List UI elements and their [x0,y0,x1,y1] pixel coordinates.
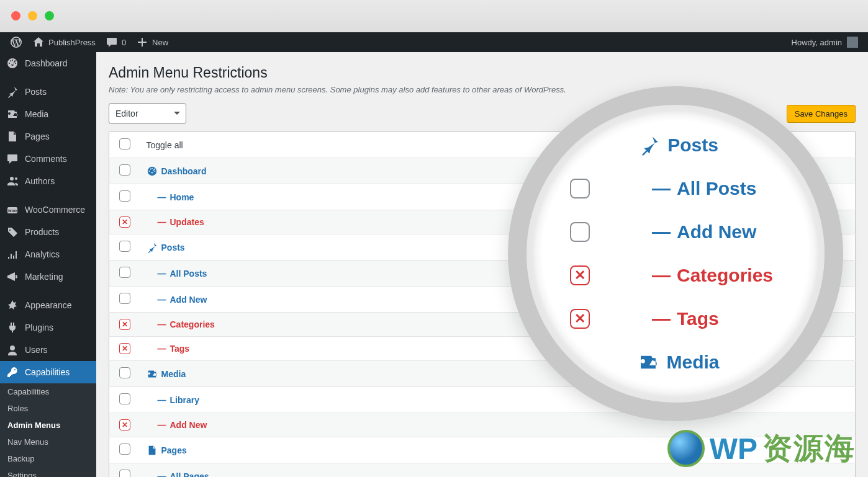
sidebar-item-products[interactable]: Products [0,221,96,243]
users-icon [6,344,19,356]
wp-admin-bar: PublishPress 0 New Howdy, admin [0,32,868,52]
mag-row: —All Posts [570,167,787,210]
restriction-checkbox[interactable] [119,444,130,455]
restriction-checkbox[interactable] [119,343,130,354]
comment-icon [106,36,118,48]
close-window-button[interactable] [11,11,20,20]
wordpress-icon [10,36,22,48]
mag-checkbox[interactable] [570,179,590,198]
macos-window-chrome [0,0,868,32]
toggle-all-label: Toggle all [147,140,183,150]
sidebar-item-plugins[interactable]: Plugins [0,316,96,339]
avatar[interactable] [847,37,858,48]
plugins-icon [6,321,19,334]
woo-icon [6,203,19,216]
restriction-checkbox[interactable] [119,241,130,252]
mag-checkbox[interactable] [570,265,590,285]
site-name: PublishPress [48,38,96,47]
restriction-checkbox[interactable] [119,319,130,330]
page-note: Note: You are only restricting access to… [109,85,856,94]
row-label: — All Pages [147,471,849,478]
dashboard-icon [6,57,19,69]
wp-logo-menu[interactable] [5,32,27,52]
sidebar-item-posts[interactable]: Posts [0,81,96,103]
sidebar-item-marketing[interactable]: Marketing [0,265,96,288]
mag-header-posts: Posts [570,123,787,167]
restriction-checkbox[interactable] [119,293,130,304]
restriction-checkbox[interactable] [119,367,130,378]
submenu-item-capabilities[interactable]: Capabilities [0,383,96,400]
sidebar-item-users[interactable]: Users [0,339,96,361]
pin-icon [147,242,158,253]
restriction-checkbox[interactable] [119,393,130,404]
home-icon [32,36,45,48]
mag-row: —Tags [570,297,787,341]
marketing-icon [6,270,19,283]
submenu-item-admin-menus[interactable]: Admin Menus [0,417,96,434]
toggle-all-checkbox[interactable] [119,138,130,149]
comments-count: 0 [122,38,126,47]
restriction-checkbox[interactable] [119,190,130,202]
sidebar-item-woocommerce[interactable]: WooCommerce [0,198,96,221]
media-icon [147,368,158,380]
zoom-window-button[interactable] [45,11,54,20]
sidebar-item-media[interactable]: Media [0,103,96,125]
comments-link[interactable]: 0 [101,32,131,52]
mag-row: —Categories [570,254,787,297]
restriction-checkbox[interactable] [119,470,130,477]
submenu-item-backup[interactable]: Backup [0,450,96,467]
mag-row: —Add New [570,210,787,254]
site-name-link[interactable]: PublishPress [27,32,101,52]
pin-icon [6,86,19,98]
restriction-checkbox[interactable] [119,419,130,430]
row-label: Pages [147,445,849,456]
plus-icon [136,36,148,48]
restriction-checkbox[interactable] [119,267,130,278]
key-icon [6,366,19,378]
dashboard-icon [147,166,158,177]
mag-footer-media: Media [570,341,787,384]
row-label: — Add New [147,420,849,430]
admin-sidebar: DashboardPostsMediaPagesCommentsAuthorsW… [0,52,96,477]
sidebar-item-appearance[interactable]: Appearance [0,294,96,316]
restriction-row: — All Pages [109,463,856,478]
comment-icon [6,153,19,165]
pin-icon [639,135,660,156]
media-icon [6,108,19,120]
appearance-icon [6,299,19,311]
new-label: New [152,38,168,47]
sidebar-item-comments[interactable]: Comments [0,148,96,170]
submenu-item-settings[interactable]: Settings [0,467,96,477]
page-icon [147,445,158,456]
analytics-icon [6,248,19,261]
sidebar-item-dashboard[interactable]: Dashboard [0,52,96,74]
restriction-row: — Add New [109,413,856,437]
products-icon [6,226,19,238]
submenu-item-roles[interactable]: Roles [0,400,96,417]
minimize-window-button[interactable] [28,11,37,20]
howdy-text[interactable]: Howdy, admin [792,38,842,47]
role-select[interactable]: Editor [109,103,186,124]
restriction-checkbox[interactable] [119,216,130,228]
magnifier-overlay: Posts —All Posts—Add New—Categories—Tags… [508,86,843,421]
page-title: Admin Menu Restrictions [109,65,856,81]
sidebar-item-authors[interactable]: Authors [0,170,96,192]
sidebar-item-capabilities[interactable]: Capabilities [0,361,96,383]
authors-icon [6,175,19,187]
restriction-checkbox[interactable] [119,164,130,176]
submenu-item-nav-menus[interactable]: Nav Menus [0,434,96,450]
main-content: Admin Menu Restrictions Note: You are on… [96,52,868,477]
sidebar-item-pages[interactable]: Pages [0,125,96,148]
media-icon [638,352,659,373]
page-icon [6,130,19,143]
new-content-link[interactable]: New [131,32,173,52]
mag-checkbox[interactable] [570,309,590,329]
save-changes-button[interactable]: Save Changes [787,105,856,123]
restriction-row: Pages [109,437,856,463]
sidebar-item-analytics[interactable]: Analytics [0,243,96,265]
mag-checkbox[interactable] [570,222,590,242]
